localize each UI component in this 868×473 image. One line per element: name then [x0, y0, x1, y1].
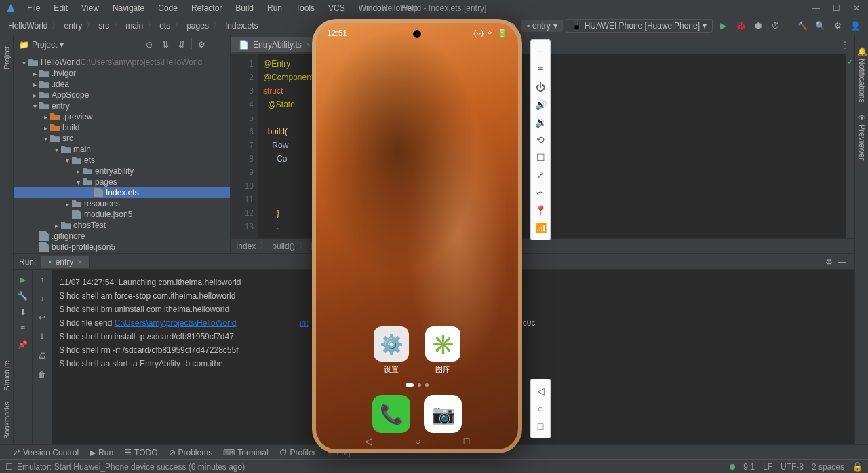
- close-icon[interactable]: ×: [77, 257, 82, 267]
- menu-vcs[interactable]: VCS: [323, 2, 351, 14]
- tree-node-entry[interactable]: ▾entry: [14, 100, 230, 111]
- menu-build[interactable]: Build: [230, 2, 259, 14]
- editor-tab[interactable]: 📄EntryAbility.ts×: [231, 37, 319, 52]
- expand-arrow-icon[interactable]: ▾: [52, 146, 61, 153]
- device-selector[interactable]: 📱 HUAWEI Phone [HuaweiPhone] ▾: [566, 19, 713, 33]
- run-button[interactable]: ▶: [715, 18, 730, 33]
- cursor-position[interactable]: 9:1: [743, 462, 755, 472]
- run-tab[interactable]: ▪ entry ×: [41, 256, 90, 268]
- bottom-tab-terminal[interactable]: ⌨Terminal: [218, 448, 273, 457]
- minimize-button[interactable]: —: [810, 2, 822, 14]
- run-hide-button[interactable]: —: [835, 255, 849, 269]
- tree-node-appscope[interactable]: ▸AppScope: [14, 90, 230, 100]
- tree-node-helloworld[interactable]: ▾HelloWorld C:\Users\amy\projects\HelloW…: [14, 57, 230, 68]
- menu-edit[interactable]: Edit: [48, 2, 73, 14]
- search-button[interactable]: 🔍: [812, 18, 827, 33]
- tree-node-entryability[interactable]: ▸entryability: [14, 166, 230, 176]
- scroll-button[interactable]: ⤓: [35, 330, 49, 343]
- breadcrumb-item[interactable]: ets: [157, 21, 173, 31]
- menu-run[interactable]: Run: [262, 2, 288, 14]
- wrap-button[interactable]: ↩: [35, 311, 49, 324]
- tree-node-ets[interactable]: ▾ets: [14, 155, 230, 166]
- print-button[interactable]: 🖨: [35, 349, 49, 362]
- breadcrumb-item[interactable]: entry: [61, 21, 85, 31]
- editor-crumb-item[interactable]: Index: [236, 242, 256, 251]
- structure-tool-button[interactable]: Structure: [3, 355, 11, 396]
- line-ending[interactable]: LF: [763, 462, 772, 472]
- expand-arrow-icon[interactable]: ▸: [30, 70, 39, 77]
- expand-arrow-icon[interactable]: ▾: [30, 102, 39, 110]
- expand-arrow-icon[interactable]: ▸: [30, 92, 39, 99]
- readonly-icon[interactable]: 🔓: [852, 462, 863, 472]
- breadcrumb-item[interactable]: Index.ets: [222, 21, 261, 31]
- previewer-tool-button[interactable]: 👁 Previewer: [857, 108, 867, 166]
- settings-button[interactable]: ⚙: [830, 18, 845, 33]
- coverage-button[interactable]: ⬢: [751, 18, 766, 33]
- phone-back-button[interactable]: ◁: [365, 436, 372, 447]
- dock-app[interactable]: 📷: [424, 395, 462, 433]
- account-button[interactable]: 👤: [848, 18, 863, 33]
- console-link[interactable]: C:\Users\amy\projects\HelloWorld: [115, 318, 237, 328]
- menu-navigate[interactable]: Navigate: [107, 2, 150, 14]
- tree-node-main[interactable]: ▾main: [14, 144, 230, 155]
- bottom-tab-version-control[interactable]: ⎇Version Control: [5, 448, 84, 457]
- expand-button[interactable]: ⇅: [159, 38, 172, 52]
- emu-control-button[interactable]: ⟲: [532, 131, 549, 149]
- menu-refactor[interactable]: Refactor: [186, 2, 227, 14]
- stop-button[interactable]: 🔧: [16, 289, 30, 303]
- tree-node-index-ets[interactable]: Index.ets: [14, 187, 230, 198]
- emu-control-button[interactable]: ≡: [532, 60, 549, 78]
- expand-arrow-icon[interactable]: ▸: [41, 113, 50, 121]
- tree-node-pages[interactable]: ▾pages: [14, 176, 230, 187]
- bottom-tab-problems[interactable]: ⊘Problems: [163, 448, 218, 457]
- phone-app-图库[interactable]: ✳️图库: [425, 326, 460, 375]
- emu-nav-button[interactable]: □: [532, 417, 549, 435]
- expand-arrow-icon[interactable]: ▾: [73, 178, 83, 186]
- indent-setting[interactable]: 2 spaces: [812, 462, 844, 472]
- bottom-tab-todo[interactable]: ☰TODO: [119, 448, 163, 457]
- emu-control-button[interactable]: ⤺: [532, 184, 549, 202]
- phone-recent-button[interactable]: □: [464, 436, 469, 447]
- emu-control-button[interactable]: −: [532, 43, 549, 60]
- expand-arrow-icon[interactable]: ▸: [41, 124, 50, 132]
- expand-arrow-icon[interactable]: ▾: [19, 59, 28, 67]
- module-selector[interactable]: ▪ entry ▾: [521, 20, 563, 32]
- tree-node--hvigor[interactable]: ▸.hvigor: [14, 68, 230, 79]
- emulator-window[interactable]: 12:51 ⟨··⟩ ᯤ 🔋 ⚙️设置✳️图库 📞📷 ◁ ○ □: [312, 19, 522, 453]
- editor-crumb-item[interactable]: build(): [272, 242, 294, 251]
- breadcrumb-item[interactable]: src: [96, 21, 112, 31]
- expand-arrow-icon[interactable]: ▾: [62, 157, 72, 164]
- phone-app-设置[interactable]: ⚙️设置: [374, 326, 409, 375]
- emu-control-button[interactable]: 📶: [532, 219, 549, 237]
- emu-nav-button[interactable]: ○: [532, 400, 549, 417]
- tree-node-build[interactable]: ▸build: [14, 122, 230, 133]
- file-encoding[interactable]: UTF-8: [781, 462, 804, 472]
- emu-nav-button[interactable]: ◁: [532, 382, 549, 400]
- close-icon[interactable]: ×: [306, 40, 311, 50]
- breadcrumb-item[interactable]: HelloWorld: [5, 21, 50, 31]
- phone-screen[interactable]: 12:51 ⟨··⟩ ᯤ 🔋 ⚙️设置✳️图库 📞📷 ◁ ○ □: [316, 23, 518, 449]
- tree-node--gitignore[interactable]: .gitignore: [14, 231, 230, 242]
- notifications-tool-button[interactable]: 🔔 Notifications: [857, 41, 867, 108]
- filter-button[interactable]: ≡: [16, 322, 30, 335]
- emu-control-button[interactable]: ☐: [532, 149, 549, 166]
- emu-control-button[interactable]: 🔉: [532, 113, 549, 131]
- emu-control-button[interactable]: ⤢: [532, 166, 549, 184]
- emu-control-button[interactable]: 📍: [532, 202, 549, 219]
- down-button[interactable]: ↓: [35, 292, 49, 305]
- menu-file[interactable]: File: [22, 2, 45, 14]
- console-link[interactable]: int: [300, 318, 309, 328]
- panel-hide-button[interactable]: —: [211, 38, 224, 52]
- breadcrumb-item[interactable]: pages: [184, 21, 212, 31]
- tree-node-resources[interactable]: ▸resources: [14, 198, 230, 209]
- panel-settings-button[interactable]: ⚙: [195, 38, 208, 52]
- tree-node-module-json5[interactable]: module.json5: [14, 209, 230, 220]
- exit-button[interactable]: ⬇: [16, 305, 30, 319]
- project-tool-button[interactable]: Project: [3, 41, 11, 75]
- expand-arrow-icon[interactable]: ▸: [52, 222, 61, 229]
- run-settings-button[interactable]: ⚙: [822, 255, 835, 269]
- expand-arrow-icon[interactable]: ▸: [62, 200, 72, 208]
- maximize-button[interactable]: ☐: [830, 2, 842, 14]
- tree-node--preview[interactable]: ▸.preview: [14, 111, 230, 122]
- dock-app[interactable]: 📞: [372, 395, 410, 433]
